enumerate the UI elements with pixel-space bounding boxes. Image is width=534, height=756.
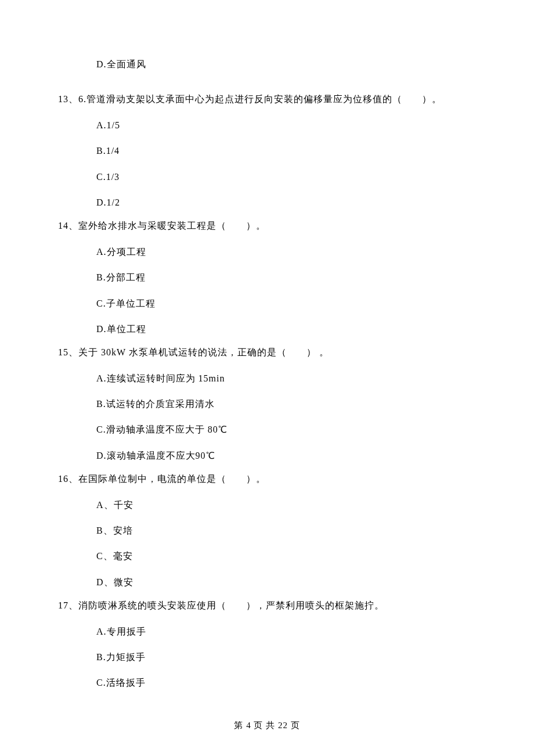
option-item: B.分部工程 bbox=[96, 271, 476, 284]
option-item: C.滑动轴承温度不应大于 80℃ bbox=[96, 423, 476, 436]
question-block: 15、关于 30kW 水泵单机试运转的说法，正确的是（ ） 。 A.连续试运转时… bbox=[58, 346, 476, 462]
question-block: 16、在国际单位制中，电流的单位是（ ）。 A、千安 B、安培 C、毫安 D、微… bbox=[58, 473, 476, 589]
question-stem: 14、室外给水排水与采暖安装工程是（ ）。 bbox=[58, 219, 476, 232]
option-item: A、千安 bbox=[96, 499, 476, 512]
option-item: A.专用扳手 bbox=[96, 625, 476, 638]
option-item: B.力矩扳手 bbox=[96, 651, 476, 664]
question-block: 17、消防喷淋系统的喷头安装应使用（ ），严禁利用喷头的框架施拧。 A.专用扳手… bbox=[58, 599, 476, 690]
option-list: A、千安 B、安培 C、毫安 D、微安 bbox=[96, 499, 476, 589]
option-list: A.分项工程 B.分部工程 C.子单位工程 D.单位工程 bbox=[96, 246, 476, 336]
page-footer: 第 4 页 共 22 页 bbox=[0, 719, 534, 732]
question-block: 14、室外给水排水与采暖安装工程是（ ）。 A.分项工程 B.分部工程 C.子单… bbox=[58, 219, 476, 336]
option-list: A.专用扳手 B.力矩扳手 C.活络扳手 bbox=[96, 625, 476, 690]
option-item: D、微安 bbox=[96, 576, 476, 589]
option-item: B.试运转的介质宜采用清水 bbox=[96, 398, 476, 411]
option-item: C.活络扳手 bbox=[96, 676, 476, 689]
option-item: A.连续试运转时间应为 15min bbox=[96, 372, 476, 385]
question-stem: 13、6.管道滑动支架以支承面中心为起点进行反向安装的偏移量应为位移值的（ ）。 bbox=[58, 93, 476, 106]
orphan-option: D.全面通风 bbox=[96, 58, 476, 71]
option-item: B.1/4 bbox=[96, 145, 476, 157]
option-item: C.1/3 bbox=[96, 171, 476, 183]
option-item: C.子单位工程 bbox=[96, 297, 476, 310]
page-content: D.全面通风 13、6.管道滑动支架以支承面中心为起点进行反向安装的偏移量应为位… bbox=[0, 0, 534, 690]
question-stem: 16、在国际单位制中，电流的单位是（ ）。 bbox=[58, 473, 476, 485]
option-list: A.1/5 B.1/4 C.1/3 D.1/2 bbox=[96, 119, 476, 210]
question-stem: 17、消防喷淋系统的喷头安装应使用（ ），严禁利用喷头的框架施拧。 bbox=[58, 599, 476, 612]
option-item: D.1/2 bbox=[96, 196, 476, 209]
option-item: B、安培 bbox=[96, 524, 476, 537]
option-item: A.1/5 bbox=[96, 119, 476, 132]
option-item: C、毫安 bbox=[96, 550, 476, 563]
option-item: A.分项工程 bbox=[96, 246, 476, 258]
option-item: D.单位工程 bbox=[96, 323, 476, 336]
option-list: A.连续试运转时间应为 15min B.试运转的介质宜采用清水 C.滑动轴承温度… bbox=[96, 372, 476, 463]
question-block: 13、6.管道滑动支架以支承面中心为起点进行反向安装的偏移量应为位移值的（ ）。… bbox=[58, 93, 476, 209]
option-item: D.滚动轴承温度不应大90℃ bbox=[96, 449, 476, 462]
question-stem: 15、关于 30kW 水泵单机试运转的说法，正确的是（ ） 。 bbox=[58, 346, 476, 359]
